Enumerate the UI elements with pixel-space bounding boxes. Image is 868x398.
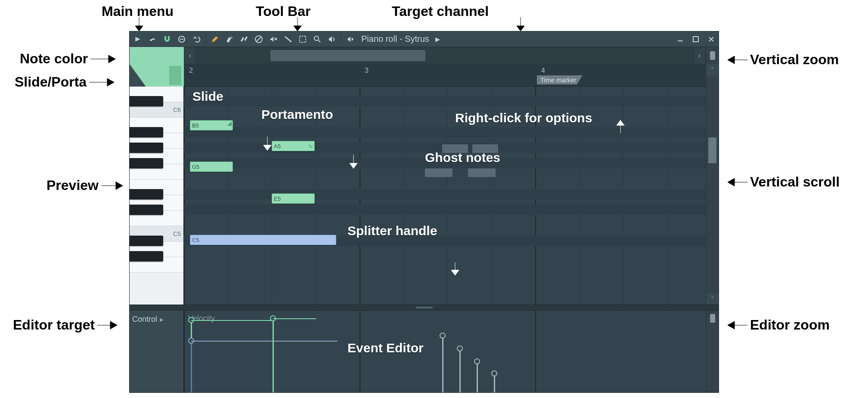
bar-number: 4: [541, 67, 545, 75]
anno-editor-zoom: Editor zoom: [728, 317, 830, 333]
anno-note-color: Note color: [20, 51, 116, 67]
svg-rect-1: [180, 39, 183, 40]
arrow-right-icon: [101, 180, 124, 191]
key-label-c5: C5: [173, 230, 181, 237]
svg-rect-6: [300, 36, 306, 42]
vertical-zoom-slider[interactable]: [706, 47, 719, 64]
anno-editor-zoom-text: Editor zoom: [750, 317, 830, 333]
time-marker[interactable]: Time marker: [537, 75, 583, 84]
note-label: C5: [192, 237, 199, 243]
ghost-note: [425, 168, 453, 177]
anno-vertical-zoom-text: Vertical zoom: [750, 52, 839, 68]
titlebar: Piano roll - Sytrus ▶: [130, 31, 719, 47]
slide-toggle-icon[interactable]: [169, 66, 181, 75]
anno-editor-target: Editor target: [13, 317, 117, 333]
upper-control-row: ‹ ›: [130, 47, 719, 64]
portamento-toggle-icon[interactable]: [169, 75, 181, 85]
note-grid[interactable]: 2 3 4 Time marker: [184, 64, 706, 305]
vertical-scrollbar[interactable]: ˄ ˅: [706, 64, 719, 305]
arrow-left-icon: [728, 177, 747, 187]
anno-slide-porta: Slide/Porta: [15, 74, 115, 90]
slide-porta-toggles[interactable]: [130, 64, 184, 87]
anno-target-channel-text: Target channel: [392, 3, 489, 19]
arrow-down-icon: [514, 17, 527, 32]
anno-vertical-scroll-text: Vertical scroll: [750, 174, 840, 190]
ghost-note: [468, 168, 496, 177]
time-marker-label: Time marker: [540, 76, 577, 84]
piano-roll-window: Piano roll - Sytrus ▶ ‹ ›: [129, 31, 719, 393]
arrow-right-icon: [90, 54, 116, 64]
anno-note-color-text: Note color: [20, 51, 88, 67]
note-e5[interactable]: E5: [272, 193, 315, 204]
ghost-note: [472, 144, 498, 153]
splitter-handle[interactable]: [130, 305, 719, 311]
arrow-down-icon: [133, 17, 146, 32]
select-tool-icon[interactable]: [297, 34, 308, 45]
options-icon[interactable]: [147, 34, 158, 45]
note-c5-selected[interactable]: C5: [190, 235, 336, 245]
vscroll-down-button[interactable]: ˅: [706, 293, 719, 305]
delete-tool-icon[interactable]: [253, 34, 264, 45]
anno-vertical-zoom: Vertical zoom: [728, 52, 839, 68]
hscroll-thumb[interactable]: [270, 50, 425, 61]
slide-marker-icon: [227, 121, 232, 126]
paint-tool-icon[interactable]: [224, 34, 235, 45]
arrow-down-icon: [291, 17, 304, 32]
event-editor-grid[interactable]: Velocity: [184, 311, 706, 392]
anno-vertical-scroll: Vertical scroll: [728, 174, 840, 190]
svg-point-7: [314, 36, 319, 40]
horizontal-scrollbar[interactable]: ‹ ›: [184, 47, 706, 64]
zoom-tool-icon[interactable]: [312, 34, 323, 45]
bar-number: 2: [189, 67, 193, 75]
note-a5-portamento[interactable]: A5 ∿: [272, 141, 315, 151]
slice-tool-icon[interactable]: [282, 34, 294, 45]
note-label: A5: [274, 143, 281, 149]
svg-line-8: [318, 40, 320, 42]
note-label: E5: [274, 196, 281, 202]
svg-line-3: [256, 37, 261, 42]
arrow-down-icon: [261, 137, 273, 151]
key-label-c6: C6: [173, 106, 181, 113]
timeline-ruler[interactable]: 2 3 4 Time marker: [184, 64, 706, 87]
note-b5-slide[interactable]: B5: [190, 120, 233, 131]
toolbar-separator: [205, 34, 206, 44]
arrow-left-icon: [728, 55, 747, 65]
anno-editor-target-text: Editor target: [13, 317, 95, 333]
ghost-note: [442, 144, 468, 153]
vscroll-up-button[interactable]: ˄: [706, 64, 719, 75]
main-menu-button[interactable]: [132, 34, 143, 45]
stamp-icon[interactable]: [176, 34, 187, 45]
vscroll-thumb[interactable]: [708, 137, 716, 163]
event-editor-target-selector[interactable]: Control ▶: [130, 311, 184, 392]
window-title[interactable]: Piano roll - Sytrus: [361, 34, 429, 44]
note-label: B5: [192, 122, 199, 129]
arrow-right-icon: [97, 320, 117, 330]
piano-keyboard[interactable]: C6 C5: [130, 87, 184, 305]
draw-tool-icon[interactable]: [209, 34, 220, 45]
target-channel-dropdown[interactable]: [345, 34, 356, 45]
event-editor-target-label: Control: [132, 315, 157, 324]
close-button[interactable]: [707, 34, 716, 44]
event-editor-zoom[interactable]: [706, 311, 719, 392]
channel-dropdown-arrow-icon[interactable]: ▶: [435, 36, 440, 43]
note-g5[interactable]: G5: [190, 162, 233, 172]
maximize-button[interactable]: [691, 34, 701, 44]
svg-rect-9: [678, 40, 683, 41]
hscroll-left-button[interactable]: ‹: [184, 47, 196, 64]
hscroll-right-button[interactable]: ›: [693, 47, 705, 64]
playback-tool-icon[interactable]: [326, 34, 338, 45]
toolbar-separator: [341, 34, 341, 44]
dropdown-arrow-icon: ▶: [160, 317, 164, 323]
mute-tool-icon[interactable]: [268, 34, 279, 45]
arrow-up-icon: [614, 120, 626, 133]
overlay-event-editor: Event Editor: [347, 341, 424, 355]
snap-magnet-icon[interactable]: [161, 34, 173, 45]
arrow-right-icon: [89, 77, 115, 87]
note-color-selector[interactable]: [130, 47, 184, 64]
bar-number: 3: [365, 67, 369, 75]
arrow-down-icon: [449, 262, 461, 275]
minimize-button[interactable]: [676, 34, 685, 44]
paint-sequence-icon[interactable]: [239, 34, 250, 45]
note-label: G5: [192, 164, 199, 170]
undo-icon[interactable]: [191, 34, 202, 45]
